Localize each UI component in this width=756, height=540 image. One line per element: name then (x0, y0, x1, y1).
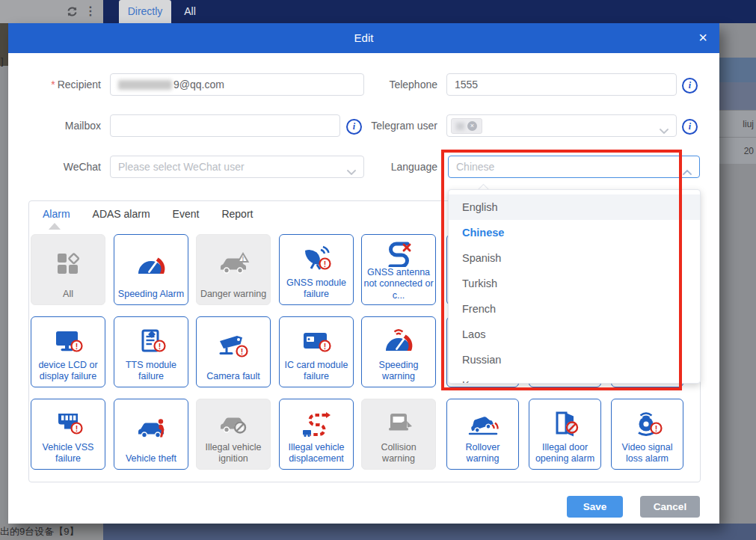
language-option-turkish[interactable]: Turkish (449, 271, 700, 296)
alarm-card-illegal-vehicle-displacement[interactable]: Illegal vehicle displacement (279, 399, 354, 470)
alarm-card-label: Illegal vehicle displacement (281, 442, 351, 465)
alarm-card-all[interactable]: All (31, 234, 105, 305)
tab-adas-alarm[interactable]: ADAS alarm (93, 208, 150, 220)
kebab-menu-icon[interactable]: ⋮ (84, 4, 96, 19)
alarm-card-vehicle-theft[interactable]: Vehicle theft (114, 399, 188, 470)
monitor-icon: ! (50, 322, 86, 360)
svg-text:!: ! (654, 423, 657, 432)
background-table-subheader (719, 82, 756, 110)
car-icon (133, 405, 169, 453)
required-mark: * (51, 79, 55, 90)
background-status-text: 出的9台设备【9】 (0, 524, 103, 540)
chevron-up-icon (683, 165, 692, 177)
wechat-placeholder: Please select WeChat user (118, 161, 245, 173)
chevron-down-icon (660, 124, 669, 136)
alarm-card-vehicle-vss-failure[interactable]: !Vehicle VSS failure (31, 399, 105, 470)
alarm-card-tts-module-failure[interactable]: !TTS module failure (114, 316, 188, 387)
info-icon[interactable]: i (682, 78, 698, 93)
alarm-card-label: GNSS antenna not connected or c... (363, 267, 434, 301)
alarm-card-label: IC card module failure (281, 360, 351, 383)
alarm-card-label: Camera fault (206, 371, 260, 382)
background-tab-all[interactable]: All (173, 0, 206, 23)
alarm-card-label: Vehicle theft (126, 453, 176, 464)
alarm-card-rollover-warning[interactable]: Rollover warning (446, 399, 519, 470)
edit-dialog: Edit × *Recipient 9@qq.com Telephone 155… (8, 23, 719, 524)
alarm-card-ic-card-module-failure[interactable]: !IC card module failure (279, 316, 354, 387)
tag-remove-icon[interactable]: × (467, 121, 477, 131)
redacted-tag-text (456, 123, 464, 130)
background-tab-directly[interactable]: Directly (119, 0, 171, 23)
alarm-card-video-signal-loss-alarm[interactable]: !Video signal loss alarm (611, 399, 683, 470)
alarm-card-label: GNSS module failure (281, 277, 351, 301)
svg-text:!: ! (324, 341, 327, 350)
alarm-card-gnss-antenna-not-connected-or-c[interactable]: GNSS antenna not connected or c... (361, 234, 436, 305)
tab-alarm[interactable]: Alarm (43, 208, 70, 220)
cable-icon (381, 240, 417, 267)
svg-text:!: ! (159, 341, 162, 350)
refresh-icon[interactable] (66, 5, 79, 21)
language-value: Chinese (456, 161, 494, 173)
language-option-english[interactable]: English (449, 194, 700, 220)
alarm-card-label: Illegal vehicle ignition (198, 442, 268, 465)
tab-report[interactable]: Report (221, 208, 253, 220)
mailbox-input[interactable] (110, 114, 340, 137)
dialog-header: Edit × (8, 23, 719, 53)
language-option-laos[interactable]: Laos (449, 322, 700, 347)
language-option-spanish[interactable]: Spanish (449, 245, 700, 271)
alarm-card-label: Danger warning (200, 289, 266, 300)
language-select[interactable]: Chinese (448, 156, 700, 178)
door-icon (547, 405, 583, 442)
alarm-card-illegal-door-opening-alarm[interactable]: Illegal door opening alarm (529, 399, 601, 470)
satellite-dish-icon: ! (298, 240, 334, 277)
save-button[interactable]: Save (567, 496, 623, 518)
background-bottom-bar (103, 524, 756, 540)
background-toolbar: ⋮ (0, 0, 103, 23)
redacted-text (118, 80, 172, 90)
alarm-card-collision-warning[interactable]: Collision warning (361, 399, 436, 470)
alarm-card-speeding-warning[interactable]: Speeding warning (361, 316, 436, 387)
telephone-input[interactable]: 1555 (446, 73, 677, 96)
alarm-card-gnss-module-failure[interactable]: !GNSS module failure (279, 234, 354, 305)
svg-text:!: ! (76, 341, 79, 350)
svg-text:!: ! (76, 423, 79, 432)
wechat-select[interactable]: Please select WeChat user (110, 156, 364, 178)
cancel-button[interactable]: Cancel (640, 496, 700, 518)
background-table-header (719, 58, 756, 82)
alarm-card-camera-fault[interactable]: !Camera fault (196, 316, 271, 387)
svg-text:!: ! (242, 255, 245, 263)
active-tab-caret (49, 223, 61, 230)
recipient-input[interactable]: 9@qq.com (110, 73, 364, 96)
tilted-car-icon (465, 405, 501, 442)
alarm-card-label: Speeding warning (363, 360, 434, 383)
close-icon[interactable]: × (698, 23, 707, 53)
telegram-user-select[interactable]: × (446, 114, 677, 137)
info-icon[interactable]: i (682, 119, 698, 135)
language-option-russian[interactable]: Russian (449, 347, 700, 372)
connector-icon: ! (50, 405, 86, 442)
credit-card-icon: ! (298, 322, 334, 360)
language-option-korean[interactable]: Korean (449, 372, 700, 384)
background-top-bar (0, 0, 756, 23)
speedometer-icon (381, 322, 417, 360)
alarm-tabs: Alarm ADAS alarm Event Report (43, 208, 253, 220)
alarm-card-speeding-alarm[interactable]: Speeding Alarm (114, 234, 188, 305)
car-icon (215, 405, 251, 442)
tab-event[interactable]: Event (173, 208, 200, 220)
alarm-card-label: All (63, 289, 73, 300)
background-left-strip (0, 23, 8, 524)
telegram-user-label: Telegram user (348, 114, 437, 137)
dialog-title: Edit (8, 23, 719, 53)
recipient-value: 9@qq.com (173, 79, 224, 90)
mailbox-label: Mailbox (23, 114, 101, 137)
alarm-card-danger-warning[interactable]: !Danger warning (196, 234, 271, 305)
speedometer-icon (133, 240, 169, 289)
alarm-card-illegal-vehicle-ignition[interactable]: Illegal vehicle ignition (196, 399, 271, 470)
alarm-card-device-lcd-or-display-failure[interactable]: !device LCD or display failure (31, 316, 105, 387)
alarm-card-label: TTS module failure (116, 360, 186, 383)
language-option-french[interactable]: French (449, 296, 700, 322)
language-option-chinese[interactable]: Chinese (449, 220, 700, 245)
background-table-cell: 20 (719, 137, 756, 164)
alarm-card-label: Speeding Alarm (118, 289, 184, 300)
truck-icon (381, 405, 417, 442)
alarm-card-label: device LCD or display failure (33, 360, 103, 383)
